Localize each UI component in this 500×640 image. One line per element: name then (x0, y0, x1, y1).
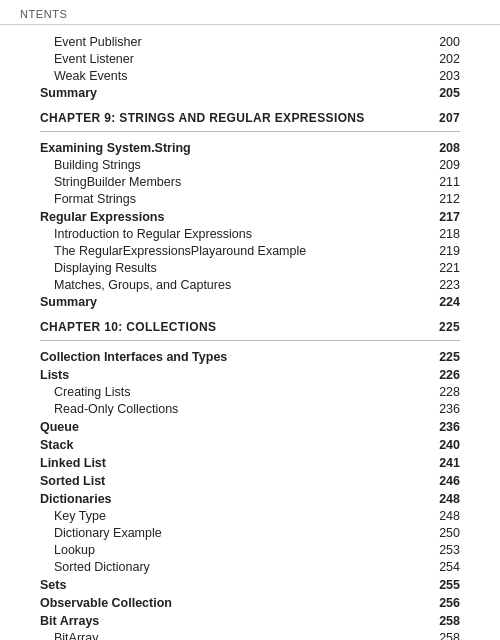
entry-label: Dictionaries (40, 492, 112, 506)
entry-label: Collection Interfaces and Types (40, 350, 227, 364)
entry-page: 250 (430, 526, 460, 540)
entry-page: 219 (430, 244, 460, 258)
entry-label: Sorted List (40, 474, 105, 488)
entry-page: 228 (430, 385, 460, 399)
entry-label: Bit Arrays (40, 614, 99, 628)
divider (40, 131, 460, 132)
entry-label: Lists (40, 368, 69, 382)
entry-label: Creating Lists (40, 385, 130, 399)
list-item: Event Publisher 200 (40, 33, 460, 50)
entry-label: Stack (40, 438, 73, 452)
list-item: Read-Only Collections236 (40, 400, 460, 417)
entry-label: Dictionary Example (40, 526, 162, 540)
entry-page: 258 (430, 614, 460, 628)
entry-page: 202 (430, 52, 460, 66)
entry-label: Weak Events (40, 69, 127, 83)
list-item: Summary224 (40, 293, 460, 310)
entry-page: 236 (430, 420, 460, 434)
chapter9-page: 207 (439, 111, 460, 125)
entry-label: Queue (40, 420, 79, 434)
entry-label: Event Publisher (40, 35, 142, 49)
entry-page: 225 (430, 350, 460, 364)
list-item: BitArray258 (40, 629, 460, 640)
entry-page: 254 (430, 560, 460, 574)
list-item: Sorted List246 (40, 471, 460, 489)
entry-label: Regular Expressions (40, 210, 164, 224)
chapter10-heading: CHAPTER 10: COLLECTIONS 225 (40, 310, 460, 338)
entry-page: 241 (430, 456, 460, 470)
entry-page: 256 (430, 596, 460, 610)
chapter10-title: CHAPTER 10: COLLECTIONS (40, 320, 216, 334)
entry-label: Building Strings (40, 158, 141, 172)
entry-label: Observable Collection (40, 596, 172, 610)
entry-label: Event Listener (40, 52, 134, 66)
list-item: Format Strings212 (40, 190, 460, 207)
entry-page: 236 (430, 402, 460, 416)
entry-label: BitArray (40, 631, 98, 641)
entry-page: 255 (430, 578, 460, 592)
entry-label: StringBuilder Members (40, 175, 181, 189)
entry-label: Introduction to Regular Expressions (40, 227, 252, 241)
list-item: Examining System.String208 (40, 138, 460, 156)
list-item: Stack240 (40, 435, 460, 453)
list-item: Collection Interfaces and Types225 (40, 347, 460, 365)
entry-page: 224 (430, 295, 460, 309)
list-item: Observable Collection256 (40, 593, 460, 611)
list-item: Displaying Results221 (40, 259, 460, 276)
header-text: NTENTS (20, 8, 67, 20)
list-item: StringBuilder Members211 (40, 173, 460, 190)
entry-label: Matches, Groups, and Captures (40, 278, 231, 292)
entry-label: Read-Only Collections (40, 402, 178, 416)
entry-page: 212 (430, 192, 460, 206)
entry-page: 209 (430, 158, 460, 172)
list-item: Sets255 (40, 575, 460, 593)
entry-page: 200 (430, 35, 460, 49)
chapter9-heading: CHAPTER 9: STRINGS AND REGULAR EXPRESSIO… (40, 101, 460, 129)
list-item: Weak Events 203 (40, 67, 460, 84)
entry-label: Sorted Dictionary (40, 560, 150, 574)
list-item: Sorted Dictionary254 (40, 558, 460, 575)
entry-page: 248 (430, 492, 460, 506)
list-item: Lists226 (40, 365, 460, 383)
entry-label: Summary (40, 295, 97, 309)
entry-label: Examining System.String (40, 141, 191, 155)
entry-page: 205 (430, 86, 460, 100)
entry-page: 246 (430, 474, 460, 488)
entry-label: The RegularExpressionsPlayaround Example (40, 244, 306, 258)
list-item: Dictionary Example250 (40, 524, 460, 541)
entry-page: 208 (430, 141, 460, 155)
entry-page: 240 (430, 438, 460, 452)
list-item: Dictionaries248 (40, 489, 460, 507)
entry-page: 217 (430, 210, 460, 224)
divider (40, 340, 460, 341)
entry-page: 253 (430, 543, 460, 557)
list-item: Event Listener 202 (40, 50, 460, 67)
entry-page: 211 (430, 175, 460, 189)
entry-label: Linked List (40, 456, 106, 470)
chapter10-sections: Collection Interfaces and Types225Lists2… (40, 347, 460, 640)
entry-page: 221 (430, 261, 460, 275)
list-item: The RegularExpressionsPlayaround Example… (40, 242, 460, 259)
list-item: Key Type248 (40, 507, 460, 524)
entry-label: Format Strings (40, 192, 136, 206)
entry-page: 223 (430, 278, 460, 292)
list-item: Building Strings209 (40, 156, 460, 173)
chapter9-title: CHAPTER 9: STRINGS AND REGULAR EXPRESSIO… (40, 111, 365, 125)
list-item: Matches, Groups, and Captures223 (40, 276, 460, 293)
entry-label: Sets (40, 578, 66, 592)
entry-label: Displaying Results (40, 261, 157, 275)
list-item: Creating Lists228 (40, 383, 460, 400)
list-item: Summary 205 (40, 84, 460, 101)
entry-label: Summary (40, 86, 97, 100)
list-item: Introduction to Regular Expressions218 (40, 225, 460, 242)
entry-page: 248 (430, 509, 460, 523)
entry-page: 218 (430, 227, 460, 241)
list-item: Lookup253 (40, 541, 460, 558)
entry-page: 203 (430, 69, 460, 83)
entry-page: 226 (430, 368, 460, 382)
entry-label: Key Type (40, 509, 106, 523)
list-item: Bit Arrays258 (40, 611, 460, 629)
toc-content: Event Publisher 200 Event Listener 202 W… (0, 25, 500, 640)
chapter10-page: 225 (439, 320, 460, 334)
page-header: NTENTS (0, 0, 500, 25)
